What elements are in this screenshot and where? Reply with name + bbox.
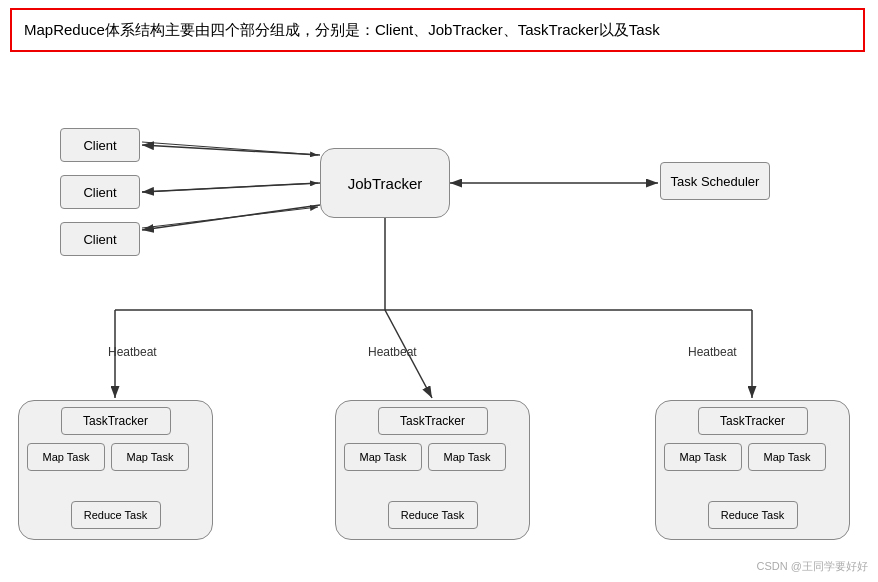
client2-box: Client (60, 175, 140, 209)
maptask2a-box: Map Task (344, 443, 422, 471)
tasktracker2-box: TaskTracker Map Task Map Task Reduce Tas… (335, 400, 530, 540)
tasktracker2-label: TaskTracker (378, 407, 488, 435)
taskscheduler-box: Task Scheduler (660, 162, 770, 200)
jobtracker-box: JobTracker (320, 148, 450, 218)
heatbeat2-label: Heatbeat (368, 345, 417, 359)
heatbeat3-label: Heatbeat (688, 345, 737, 359)
header-box: MapReduce体系结构主要由四个部分组成，分别是：Client、JobTra… (10, 8, 865, 52)
svg-line-5 (142, 142, 318, 155)
reducetask3-box: Reduce Task (708, 501, 798, 529)
maptask1b-box: Map Task (111, 443, 189, 471)
svg-line-2 (142, 145, 320, 155)
tasktracker1-label: TaskTracker (61, 407, 171, 435)
reducetask2-box: Reduce Task (388, 501, 478, 529)
tasktracker1-box: TaskTracker Map Task Map Task Reduce Tas… (18, 400, 213, 540)
tasktracker3-box: TaskTracker Map Task Map Task Reduce Tas… (655, 400, 850, 540)
tasktracker3-label: TaskTracker (698, 407, 808, 435)
client3-box: Client (60, 222, 140, 256)
maptask2b-box: Map Task (428, 443, 506, 471)
svg-line-7 (142, 207, 318, 228)
header-text: MapReduce体系结构主要由四个部分组成，分别是：Client、JobTra… (24, 21, 660, 38)
svg-line-6 (142, 183, 318, 192)
maptask3a-box: Map Task (664, 443, 742, 471)
diagram: MapReduce体系结构主要由四个部分组成，分别是：Client、JobTra… (0, 0, 878, 582)
maptask1a-box: Map Task (27, 443, 105, 471)
svg-line-3 (142, 183, 320, 192)
heatbeat1-label: Heatbeat (108, 345, 157, 359)
reducetask1-box: Reduce Task (71, 501, 161, 529)
client1-box: Client (60, 128, 140, 162)
watermark: CSDN @王同学要好好 (757, 559, 868, 574)
svg-line-4 (142, 205, 320, 230)
maptask3b-box: Map Task (748, 443, 826, 471)
